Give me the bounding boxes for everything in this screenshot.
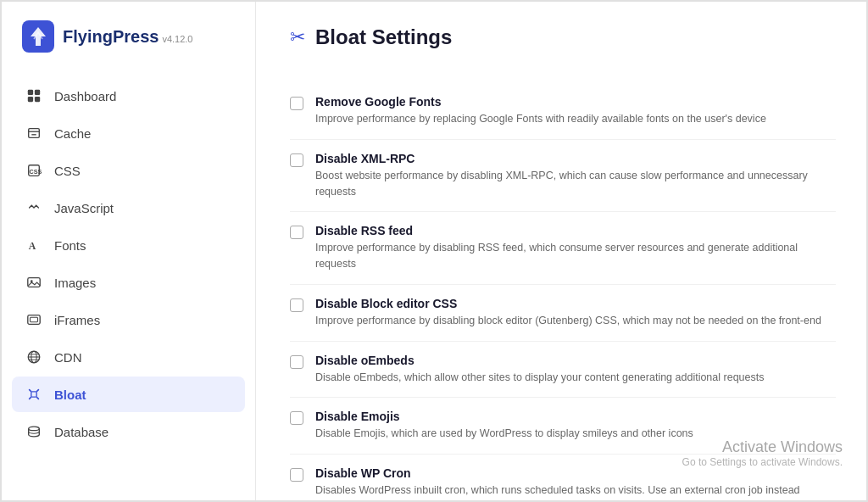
disable-xml-rpc-content: Disable XML-RPC Boost website performanc… — [315, 152, 836, 200]
disable-block-editor-css-content: Disable Block editor CSS Improve perform… — [315, 297, 836, 329]
setting-item-disable-block-editor-css: Disable Block editor CSS Improve perform… — [290, 285, 836, 342]
svg-text:CSS: CSS — [30, 168, 42, 176]
disable-block-editor-css-checkbox[interactable] — [290, 298, 303, 312]
disable-xml-rpc-title: Disable XML-RPC — [315, 152, 836, 165]
svg-rect-11 — [28, 278, 40, 287]
svg-rect-1 — [28, 90, 33, 95]
remove-google-fonts-content: Remove Google Fonts Improve performance … — [315, 95, 836, 127]
database-icon — [25, 423, 42, 440]
css-icon: CSS — [25, 162, 42, 179]
sidebar-item-images[interactable]: Images — [12, 265, 245, 300]
sidebar: FlyingPressv4.12.0 Dashboard — [2, 2, 256, 500]
disable-emojis-content: Disable Emojis Disable Emojis, which are… — [315, 410, 836, 442]
sidebar-item-fonts[interactable]: A Fonts — [12, 227, 245, 263]
disable-emojis-title: Disable Emojis — [315, 410, 836, 423]
javascript-icon — [25, 199, 42, 216]
remove-google-fonts-checkbox[interactable] — [290, 97, 303, 110]
sidebar-item-cache[interactable]: Cache — [12, 115, 245, 151]
disable-emojis-desc: Disable Emojis, which are used by WordPr… — [315, 426, 836, 442]
sidebar-item-css-label: CSS — [54, 164, 81, 178]
svg-point-21 — [29, 427, 40, 431]
svg-rect-20 — [31, 392, 36, 397]
fonts-icon: A — [25, 237, 42, 254]
disable-block-editor-css-desc: Improve performance by disabling block e… — [315, 313, 836, 329]
sidebar-item-iframes-label: iFrames — [54, 313, 100, 327]
sidebar-item-database-label: Database — [54, 425, 108, 439]
disable-block-editor-css-title: Disable Block editor CSS — [315, 297, 836, 310]
sidebar-item-database[interactable]: Database — [12, 414, 245, 449]
sidebar-item-bloat-label: Bloat — [54, 388, 86, 402]
brand-logo-icon — [22, 20, 54, 53]
setting-item-disable-rss-feed: Disable RSS feed Improve performance by … — [290, 212, 836, 285]
svg-text:A: A — [29, 241, 36, 252]
cdn-icon — [25, 349, 42, 365]
setting-item-disable-wp-cron: Disable WP Cron Disables WordPress inbui… — [290, 455, 836, 500]
brand-version: v4.12.0 — [162, 34, 192, 44]
setting-item-remove-google-fonts: Remove Google Fonts Improve performance … — [290, 83, 836, 140]
sidebar-item-images-label: Images — [54, 276, 96, 290]
sidebar-item-cdn-label: CDN — [54, 350, 82, 365]
disable-oembeds-checkbox[interactable] — [290, 355, 303, 369]
sidebar-item-cache-label: Cache — [54, 126, 91, 141]
disable-oembeds-desc: Disable oEmbeds, which allow other sites… — [315, 370, 836, 386]
setting-item-disable-oembeds: Disable oEmbeds Disable oEmbeds, which a… — [290, 342, 836, 399]
logo-area: FlyingPressv4.12.0 — [2, 2, 255, 71]
sidebar-item-dashboard[interactable]: Dashboard — [12, 78, 245, 114]
sidebar-item-css[interactable]: CSS CSS — [12, 153, 245, 188]
setting-item-disable-xml-rpc: Disable XML-RPC Boost website performanc… — [290, 140, 836, 213]
disable-wp-cron-title: Disable WP Cron — [315, 466, 836, 480]
disable-rss-feed-desc: Improve performance by disabling RSS fee… — [315, 240, 836, 272]
sidebar-item-javascript-label: JavaScript — [54, 201, 114, 215]
main-content: ✂ Bloat Settings Remove Google Fonts Imp… — [256, 2, 866, 500]
disable-rss-feed-content: Disable RSS feed Improve performance by … — [315, 224, 836, 272]
disable-emojis-checkbox[interactable] — [290, 411, 303, 425]
remove-google-fonts-title: Remove Google Fonts — [315, 95, 836, 109]
sidebar-item-bloat[interactable]: Bloat — [12, 376, 245, 412]
svg-rect-14 — [31, 317, 38, 321]
brand-name: FlyingPress — [63, 27, 159, 46]
page-header-icon: ✂ — [290, 26, 305, 48]
bloat-icon — [25, 386, 42, 403]
dashboard-icon — [25, 87, 42, 104]
svg-rect-3 — [28, 97, 33, 102]
disable-rss-feed-checkbox[interactable] — [290, 226, 303, 239]
disable-wp-cron-content: Disable WP Cron Disables WordPress inbui… — [315, 466, 836, 499]
sidebar-item-iframes[interactable]: iFrames — [12, 302, 245, 337]
sidebar-navigation: Dashboard Cache CSS CSS — [2, 71, 255, 456]
cache-icon — [25, 125, 42, 142]
iframes-icon — [25, 311, 42, 328]
disable-xml-rpc-checkbox[interactable] — [290, 153, 303, 167]
setting-item-disable-emojis: Disable Emojis Disable Emojis, which are… — [290, 398, 836, 455]
page-title: Bloat Settings — [315, 25, 452, 49]
disable-wp-cron-checkbox[interactable] — [290, 468, 303, 482]
images-icon — [25, 274, 42, 291]
disable-rss-feed-title: Disable RSS feed — [315, 224, 836, 237]
sidebar-item-fonts-label: Fonts — [54, 238, 86, 253]
disable-xml-rpc-desc: Boost website performance by disabling X… — [315, 168, 836, 200]
disable-wp-cron-desc: Disables WordPress inbuilt cron, which r… — [315, 482, 836, 499]
svg-rect-4 — [35, 97, 40, 102]
svg-rect-13 — [28, 315, 40, 325]
svg-rect-5 — [29, 129, 40, 138]
sidebar-item-javascript[interactable]: JavaScript — [12, 190, 245, 226]
sidebar-item-dashboard-label: Dashboard — [54, 89, 116, 103]
disable-oembeds-title: Disable oEmbeds — [315, 354, 836, 367]
page-header: ✂ Bloat Settings — [290, 25, 836, 49]
settings-list: Remove Google Fonts Improve performance … — [290, 83, 836, 500]
disable-oembeds-content: Disable oEmbeds Disable oEmbeds, which a… — [315, 354, 836, 386]
sidebar-item-cdn[interactable]: CDN — [12, 339, 245, 375]
remove-google-fonts-desc: Improve performance by replacing Google … — [315, 111, 836, 127]
svg-rect-2 — [35, 90, 40, 95]
